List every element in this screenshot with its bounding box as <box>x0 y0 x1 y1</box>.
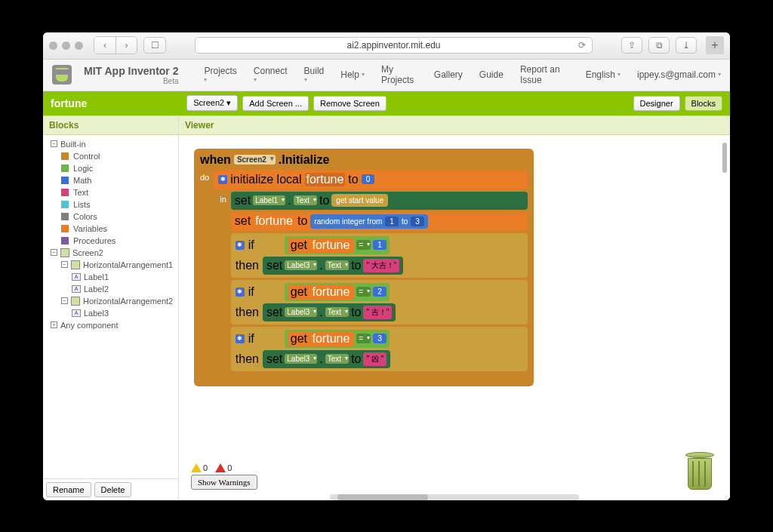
blocks-sidebar: Blocks −Built-in Control Logic Math Text… <box>43 115 179 500</box>
download-button[interactable]: ⤓ <box>676 37 697 54</box>
cat-lists[interactable]: Lists <box>61 198 174 211</box>
main-menu: Projects▾ Connect▾ Build▾ Help▾ My Proje… <box>204 64 721 86</box>
compare-eq-3[interactable]: get fortune = 3 <box>285 330 390 348</box>
reload-icon[interactable]: ⟳ <box>578 40 586 51</box>
gear-icon[interactable] <box>236 288 245 297</box>
appinventor-logo-icon <box>52 65 72 85</box>
set-label3-kichi[interactable]: set Label3 . Text to " 吉！" <box>263 303 396 321</box>
menu-connect[interactable]: Connect▾ <box>254 66 288 84</box>
tree-any[interactable]: +Any component <box>51 319 174 331</box>
menu-build[interactable]: Build▾ <box>304 66 325 84</box>
remove-screen-button[interactable]: Remove Screen <box>313 96 386 111</box>
tabs-button[interactable]: ☐ <box>143 37 166 54</box>
forward-button[interactable]: › <box>115 37 137 54</box>
app-title: MIT App Inventor 2 <box>84 65 178 77</box>
cat-procedures[interactable]: Procedures <box>61 235 174 247</box>
blocks-canvas[interactable]: when Screen2 .Initialize do initialize l… <box>179 135 730 500</box>
tree-label3[interactable]: ALabel3 <box>72 307 174 319</box>
window-controls[interactable] <box>49 42 83 50</box>
tree-label2[interactable]: ALabel2 <box>72 283 174 295</box>
screen-selector[interactable]: Screen2 ▾ <box>186 95 238 111</box>
error-icon <box>215 463 226 472</box>
if-block-3[interactable]: if get fortune = 3 <box>231 327 528 371</box>
tree-ha1[interactable]: −HorizontalArrangement1 <box>61 259 174 271</box>
gear-icon[interactable] <box>236 334 245 343</box>
show-warnings-button[interactable]: Show Warnings <box>191 475 257 490</box>
init-local-block[interactable]: initialize local fortune to 0 <box>214 170 528 189</box>
project-name: fortune <box>51 97 87 109</box>
string-daikichi[interactable]: " 大吉！" <box>363 259 399 272</box>
cat-variables[interactable]: Variables <box>61 223 174 235</box>
compare-eq-2[interactable]: get fortune = 2 <box>285 283 390 301</box>
blocks-button[interactable]: Blocks <box>685 96 722 111</box>
beta-label: Beta <box>84 77 178 85</box>
viewer-title: Viewer <box>179 115 730 135</box>
tree-label1[interactable]: ALabel1 <box>72 271 174 283</box>
tree-ha2[interactable]: −HorizontalArrangement2 <box>61 295 174 307</box>
get-start-value[interactable]: get start value <box>331 194 388 207</box>
gear-icon[interactable] <box>236 241 245 250</box>
set-label3-kyou[interactable]: set Label3 . Text to " 凶 " <box>263 350 390 368</box>
menu-gallery[interactable]: Gallery <box>434 69 463 80</box>
horizontal-scrollbar[interactable] <box>330 494 579 500</box>
if-block-2[interactable]: if get fortune = 2 <box>231 280 528 324</box>
compare-eq-1[interactable]: get fortune = 1 <box>285 236 390 254</box>
tree-builtin[interactable]: −Built-in <box>51 138 174 150</box>
delete-button[interactable]: Delete <box>94 482 132 497</box>
menu-report[interactable]: Report an Issue <box>520 64 569 86</box>
designer-button[interactable]: Designer <box>633 96 680 111</box>
when-block[interactable]: when Screen2 .Initialize do initialize l… <box>194 149 534 386</box>
clone-button[interactable]: ⧉ <box>648 37 670 54</box>
set-fortune[interactable]: set fortune to random integer from 1 to <box>231 212 528 231</box>
menu-account[interactable]: ippey.s@gmail.com▾ <box>637 69 721 80</box>
if-block-1[interactable]: if get fortune = 1 <box>231 233 528 278</box>
nav-buttons: ‹ › <box>94 36 137 54</box>
url-bar[interactable]: ai2.appinventor.mit.edu ⟳ <box>195 37 593 54</box>
num-zero[interactable]: 0 <box>362 174 375 184</box>
menu-myprojects[interactable]: My Projects <box>381 64 417 86</box>
set-label1-text[interactable]: set Label1 . Text to get start value <box>231 192 528 210</box>
set-label3-daikichi[interactable]: set Label3 . Text to " 大吉！" <box>263 257 403 275</box>
warnings-row: 0 0 <box>191 463 257 472</box>
cat-text[interactable]: Text <box>61 186 174 198</box>
trash-icon[interactable] <box>683 447 716 490</box>
tree-screen2[interactable]: −Screen2 <box>51 247 174 259</box>
vertical-scrollbar[interactable] <box>722 143 727 493</box>
sidebar-title: Blocks <box>43 115 178 135</box>
cat-math[interactable]: Math <box>61 174 174 186</box>
cat-logic[interactable]: Logic <box>61 162 174 174</box>
menu-language[interactable]: English▾ <box>586 69 621 80</box>
share-button[interactable]: ⇪ <box>621 37 642 54</box>
screen-dropdown[interactable]: Screen2 <box>234 155 276 165</box>
menu-help[interactable]: Help▾ <box>340 69 365 80</box>
url-text: ai2.appinventor.mit.edu <box>346 40 440 51</box>
menu-guide[interactable]: Guide <box>479 69 504 80</box>
app-header: MIT App Inventor 2 Beta Projects▾ Connec… <box>43 60 730 91</box>
cat-control[interactable]: Control <box>61 150 174 162</box>
back-button[interactable]: ‹ <box>94 37 115 54</box>
rename-button[interactable]: Rename <box>46 482 91 497</box>
gear-icon[interactable] <box>218 175 227 184</box>
add-screen-button[interactable]: Add Screen ... <box>242 96 309 111</box>
string-kyou[interactable]: " 凶 " <box>363 352 386 366</box>
menu-projects[interactable]: Projects▾ <box>204 66 236 84</box>
cat-colors[interactable]: Colors <box>61 211 174 223</box>
browser-titlebar: ‹ › ☐ ai2.appinventor.mit.edu ⟳ ⇪ ⧉ ⤓ + <box>43 32 730 60</box>
project-bar: fortune Screen2 ▾ Add Screen ... Remove … <box>43 91 730 115</box>
warning-icon <box>191 463 202 472</box>
new-tab-button[interactable]: + <box>706 36 724 54</box>
random-block[interactable]: random integer from 1 to 3 <box>310 214 428 229</box>
string-kichi[interactable]: " 吉！" <box>363 306 392 319</box>
